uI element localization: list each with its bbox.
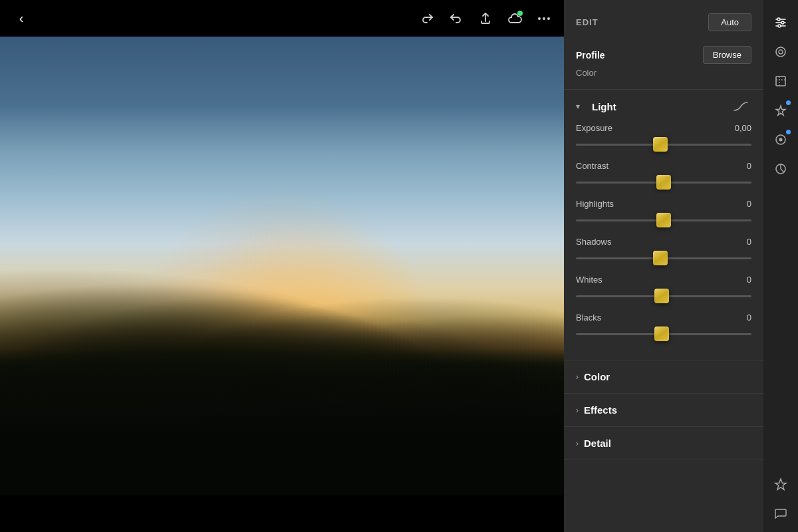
whites-thumb[interactable] — [654, 289, 669, 303]
mixer-icon-button[interactable] — [767, 156, 794, 182]
blacks-thumb[interactable] — [654, 327, 669, 341]
back-button[interactable]: ‹ — [11, 8, 32, 29]
share-icon — [479, 12, 492, 25]
edit-header: EDIT Auto — [564, 0, 763, 41]
exposure-label: Exposure — [576, 123, 612, 133]
undo-icon — [450, 12, 463, 25]
side-icons-bar — [763, 0, 798, 532]
top-bar: ‹ — [0, 0, 564, 37]
highlights-value: 0 — [747, 199, 751, 209]
color-section[interactable]: › Color — [564, 360, 763, 394]
edit-title: EDIT — [576, 17, 598, 27]
chat-icon — [774, 507, 787, 520]
shadows-label: Shadows — [576, 237, 611, 247]
blacks-label-row: Blacks 0 — [576, 313, 751, 323]
light-section-title: Light — [592, 101, 616, 112]
selective-color-icon-button[interactable] — [767, 126, 794, 153]
color-section-title: Color — [584, 371, 610, 382]
highlights-label: Highlights — [576, 199, 614, 209]
contrast-slider-row: Contrast 0 — [576, 161, 751, 190]
detail-section-title: Detail — [584, 438, 611, 449]
sliders-container: Exposure 0,00 Contrast 0 — [564, 123, 763, 360]
blacks-track-container[interactable] — [576, 327, 751, 341]
more-options-button[interactable] — [532, 7, 556, 31]
detail-section[interactable]: › Detail — [564, 427, 763, 460]
photo-foreground — [0, 358, 564, 495]
contrast-track — [576, 182, 751, 184]
back-arrow-icon: ‹ — [19, 11, 24, 26]
geometry-icon-button[interactable] — [767, 68, 794, 94]
light-section-header-left: ▾ Light — [576, 101, 616, 112]
redo-button[interactable] — [415, 7, 439, 31]
selective-badge — [786, 130, 791, 134]
detail-chevron-icon: › — [576, 439, 579, 448]
shadows-slider-row: Shadows 0 — [576, 237, 751, 265]
profile-label: Profile — [576, 50, 605, 61]
circle-adjust-icon — [774, 45, 787, 59]
highlights-thumb[interactable] — [656, 213, 671, 227]
shadows-thumb[interactable] — [653, 251, 668, 265]
contrast-track-container[interactable] — [576, 175, 751, 190]
highlights-slider-row: Highlights 0 — [576, 199, 751, 227]
edit-panel: EDIT Auto Profile Browse Color ▾ Light — [564, 0, 763, 532]
whites-value: 0 — [747, 275, 751, 285]
shadows-track-container[interactable] — [576, 251, 751, 265]
healing-icon — [774, 104, 787, 117]
cloud-sync-indicator — [517, 11, 523, 16]
effects-chevron-icon: › — [576, 406, 579, 415]
svg-point-3 — [777, 18, 780, 21]
top-bar-icons — [415, 0, 564, 37]
contrast-thumb[interactable] — [656, 175, 671, 190]
exposure-track-container[interactable] — [576, 137, 751, 152]
effects-section[interactable]: › Effects — [564, 394, 763, 427]
effects-section-title: Effects — [584, 404, 617, 416]
comments-icon-button[interactable] — [767, 500, 794, 527]
whites-track-container[interactable] — [576, 289, 751, 303]
svg-point-7 — [779, 50, 783, 54]
light-chevron-icon: ▾ — [576, 102, 587, 111]
shadows-label-row: Shadows 0 — [576, 237, 751, 247]
contrast-value: 0 — [747, 161, 751, 171]
browse-button[interactable]: Browse — [703, 46, 751, 64]
svg-point-5 — [778, 25, 781, 27]
auto-button[interactable]: Auto — [708, 13, 751, 31]
light-section-header[interactable]: ▾ Light — [564, 90, 763, 123]
star-icon — [774, 477, 787, 491]
shadows-track — [576, 257, 751, 259]
blacks-track — [576, 333, 751, 335]
mixer-icon — [774, 162, 787, 176]
edit-sliders-icon-button[interactable] — [767, 9, 794, 36]
photo-canvas — [0, 37, 564, 495]
svg-point-4 — [781, 21, 784, 24]
highlights-track-container[interactable] — [576, 213, 751, 227]
profile-section: Profile Browse Color — [564, 41, 763, 90]
blacks-slider-row: Blacks 0 — [576, 313, 751, 341]
exposure-value: 0,00 — [735, 123, 751, 133]
exposure-thumb[interactable] — [653, 137, 668, 152]
profile-value: Color — [576, 68, 597, 78]
star-rating-icon-button[interactable] — [767, 471, 794, 497]
right-panel: EDIT Auto Profile Browse Color ▾ Light — [564, 0, 798, 532]
svg-rect-8 — [776, 76, 785, 86]
transform-icon — [774, 74, 787, 88]
photo-area: ‹ — [0, 0, 564, 532]
whites-slider-row: Whites 0 — [576, 275, 751, 303]
profile-row: Profile Browse — [576, 46, 751, 64]
tone-curve-button[interactable] — [732, 99, 751, 114]
effects-section-left: › Effects — [576, 404, 617, 416]
shadows-value: 0 — [747, 237, 751, 247]
healing-icon-button[interactable] — [767, 97, 794, 124]
share-button[interactable] — [473, 7, 497, 31]
contrast-label-row: Contrast 0 — [576, 161, 751, 171]
healing-badge — [786, 100, 791, 105]
undo-button[interactable] — [444, 7, 468, 31]
contrast-label: Contrast — [576, 161, 608, 171]
photo-image — [0, 37, 564, 495]
cloud-sync-button[interactable] — [503, 7, 527, 31]
detail-section-left: › Detail — [576, 438, 611, 449]
light-section: ▾ Light Exposure 0,00 — [564, 90, 763, 360]
crop-rotate-icon-button[interactable] — [767, 39, 794, 65]
exposure-track — [576, 144, 751, 146]
exposure-slider-row: Exposure 0,00 — [576, 123, 751, 152]
whites-label: Whites — [576, 275, 602, 285]
